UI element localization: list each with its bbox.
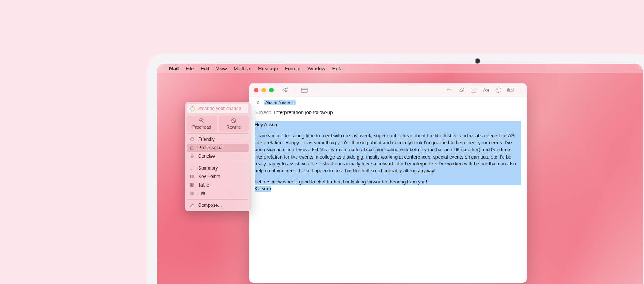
svg-rect-0: [301, 88, 307, 92]
compose-icon: [189, 203, 195, 208]
proofread-icon: [199, 118, 205, 124]
emoji-icon[interactable]: [494, 86, 503, 94]
close-button[interactable]: [254, 88, 258, 92]
menubar-item-view[interactable]: View: [216, 66, 227, 71]
minimize-button[interactable]: [261, 88, 266, 92]
format-icon[interactable]: Aa: [481, 86, 491, 94]
concise-icon: [189, 154, 195, 158]
concise-label: Concise: [198, 154, 215, 159]
email-body[interactable]: Hey Alison, Thanks much for taking time …: [249, 117, 527, 283]
transform-summary[interactable]: Summary: [187, 164, 249, 172]
body-para1: Thanks much for taking time to meet with…: [255, 132, 521, 174]
tone-concise[interactable]: Concise: [187, 152, 249, 160]
table-icon: [189, 183, 195, 187]
transform-list[interactable]: List: [187, 189, 249, 198]
compose-label: Compose…: [198, 203, 222, 208]
proofread-button[interactable]: Proofread: [187, 116, 217, 132]
menubar-app-name[interactable]: Mail: [169, 66, 179, 71]
attach-icon[interactable]: [457, 86, 466, 94]
send-dropdown-icon[interactable]: ⌄: [293, 89, 297, 92]
summary-label: Summary: [198, 165, 218, 171]
writing-tools-popover: Proofread Rewrite Friendly: [185, 102, 251, 211]
transform-keypoints[interactable]: Key Points: [187, 172, 249, 181]
recipient-pill[interactable]: Alison Neale ⌄: [264, 100, 296, 105]
traffic-lights: [254, 88, 274, 92]
svg-point-25: [190, 176, 191, 177]
subject-value[interactable]: Interpretation job follow-up: [274, 109, 333, 115]
tone-professional[interactable]: Professional: [187, 144, 249, 152]
menubar-item-format[interactable]: Format: [285, 66, 301, 71]
keypoints-icon: [189, 175, 195, 178]
intelligence-sparkle-icon: [190, 106, 195, 111]
svg-point-23: [190, 175, 191, 176]
camera-dot: [475, 58, 480, 64]
transform-table[interactable]: Table: [187, 181, 249, 189]
compose-item[interactable]: Compose…: [187, 201, 249, 210]
list-label: List: [198, 191, 205, 196]
header-dropdown-icon[interactable]: ⌄: [312, 89, 316, 92]
compose-toolbar: ⌄ ⌄ Aa: [249, 83, 527, 97]
svg-point-15: [192, 139, 193, 139]
desktop: Mail File Edit View Mailbox Message Form…: [157, 64, 643, 284]
fullscreen-button[interactable]: [269, 88, 274, 92]
menubar-item-edit[interactable]: Edit: [200, 66, 209, 71]
svg-rect-29: [190, 183, 194, 187]
menubar-item-help[interactable]: Help: [332, 66, 343, 71]
menubar-item-file[interactable]: File: [186, 66, 194, 71]
imac-frame: Mail File Edit View Mailbox Message Form…: [147, 54, 644, 284]
svg-point-3: [496, 88, 501, 92]
menubar-item-mailbox[interactable]: Mailbox: [234, 66, 251, 71]
svg-point-13: [191, 138, 194, 141]
friendly-icon: [189, 137, 195, 142]
list-icon: [189, 192, 195, 195]
to-row: To: Alison Neale ⌄: [249, 97, 527, 107]
svg-rect-16: [191, 147, 194, 150]
keypoints-label: Key Points: [198, 174, 220, 179]
svg-point-27: [190, 177, 191, 178]
body-para2: Let me know when's good to chat further,…: [255, 178, 521, 185]
body-greeting: Hey Alison,: [255, 121, 521, 128]
send-icon[interactable]: [281, 86, 290, 94]
photo-dropdown-icon[interactable]: ⌄: [518, 89, 522, 92]
subject-row: Subject: Interpretation job follow-up: [249, 107, 527, 117]
friendly-label: Friendly: [198, 137, 215, 142]
proofread-label: Proofread: [192, 125, 211, 129]
to-label: To:: [255, 100, 261, 105]
describe-change-input[interactable]: [197, 106, 245, 111]
menubar: Mail File Edit View Mailbox Message Form…: [157, 64, 643, 73]
selected-text[interactable]: Hey Alison, Thanks much for taking time …: [255, 121, 521, 185]
table-label: Table: [198, 182, 209, 188]
header-fields-icon[interactable]: [300, 86, 309, 94]
svg-point-14: [191, 139, 192, 139]
professional-icon: [189, 146, 195, 150]
menubar-item-message[interactable]: Message: [258, 66, 278, 71]
photo-browser-icon[interactable]: [506, 86, 515, 94]
body-signoff: Katsura: [255, 186, 271, 192]
tone-friendly[interactable]: Friendly: [187, 135, 249, 144]
svg-line-10: [202, 121, 204, 122]
rewrite-label: Rewrite: [227, 125, 241, 129]
markup-icon[interactable]: [469, 86, 478, 94]
summary-icon: [189, 166, 195, 170]
professional-label: Professional: [198, 145, 223, 150]
reply-icon[interactable]: [445, 86, 454, 94]
recipient-dropdown-icon[interactable]: ⌄: [291, 101, 294, 104]
recipient-name: Alison Neale: [265, 100, 290, 105]
describe-change-field[interactable]: [187, 104, 249, 114]
svg-line-12: [232, 119, 235, 122]
subject-label: Subject:: [255, 110, 271, 115]
rewrite-button[interactable]: Rewrite: [219, 116, 249, 132]
compose-window: ⌄ ⌄ Aa: [249, 83, 527, 283]
svg-point-4: [497, 89, 498, 89]
svg-point-5: [499, 89, 499, 89]
rewrite-icon: [231, 118, 237, 124]
menubar-item-window[interactable]: Window: [307, 66, 325, 71]
